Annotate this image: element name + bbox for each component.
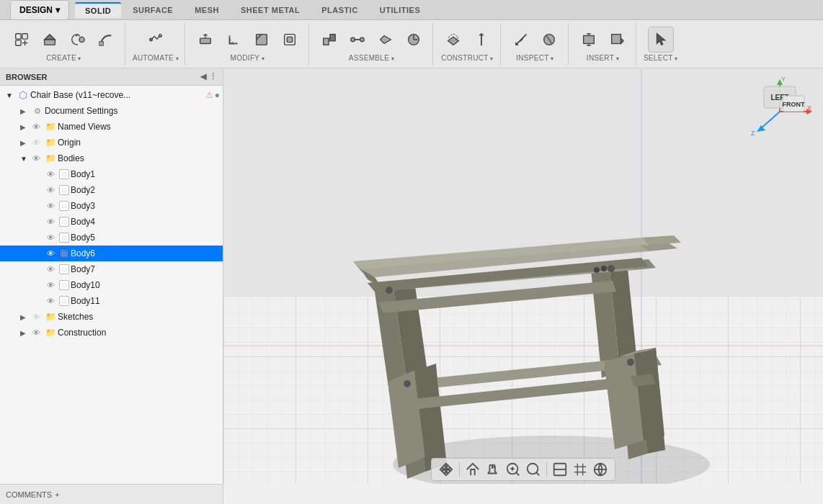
construction-visibility-icon[interactable]: 👁	[30, 328, 42, 338]
browser-collapse-btn[interactable]: ◀	[200, 72, 206, 81]
body6-label: Body6	[71, 248, 220, 258]
viewport-zoom-window-btn[interactable]	[525, 461, 542, 478]
viewport-display-mode-btn[interactable]	[551, 461, 569, 478]
tree-item-body7[interactable]: ▶ 👁 □ Body7	[0, 261, 223, 277]
construct-label[interactable]: CONSTRUCT	[441, 54, 493, 62]
origin-toggle[interactable]: ▶	[20, 139, 30, 147]
tab-utilities[interactable]: UTILITIES	[370, 3, 430, 17]
body1-visibility-icon[interactable]: 👁	[45, 169, 56, 179]
tool-group-modify: MODIFY	[187, 22, 309, 66]
nav-cube[interactable]: Y X Z LEFT FRONT	[744, 76, 816, 148]
viewport-home-btn[interactable]	[464, 461, 481, 478]
tree-item-origin[interactable]: ▶ 👁 📁 Origin	[0, 135, 223, 150]
named-views-visibility-icon[interactable]: 👁	[30, 122, 42, 132]
modify-chamfer-btn[interactable]	[249, 27, 275, 53]
tab-sheet-metal[interactable]: SHEET METAL	[231, 3, 310, 17]
origin-visibility-icon[interactable]: 👁	[30, 138, 42, 148]
assemble-motion-btn[interactable]	[401, 27, 427, 53]
tab-solid[interactable]: SOLID	[75, 2, 121, 18]
tree-item-body4[interactable]: ▶ 👁 □ Body4	[0, 214, 223, 230]
automate-label[interactable]: AUTOMATE	[133, 54, 179, 62]
create-sweep-btn[interactable]	[93, 27, 119, 53]
viewport[interactable]: Y X Z LEFT FRONT	[223, 68, 823, 484]
assemble-drive-btn[interactable]	[373, 27, 399, 53]
tree-item-named-views[interactable]: ▶ 👁 📁 Named Views	[0, 119, 223, 135]
tree-root[interactable]: ▼ ⬡ Chair Base (v11~recove... ⚠ ●	[0, 87, 223, 103]
create-new-component-btn[interactable]	[9, 27, 35, 53]
body2-label: Body2	[71, 185, 220, 195]
body3-label: Body3	[71, 201, 220, 211]
body10-label: Body10	[71, 280, 220, 290]
tree-item-body1[interactable]: ▶ 👁 □ Body1	[0, 166, 223, 182]
inspect-zebra-btn[interactable]	[536, 27, 562, 53]
named-views-toggle[interactable]: ▶	[20, 123, 30, 131]
construct-buttons	[440, 27, 494, 53]
construct-offset-plane-btn[interactable]	[440, 27, 466, 53]
tree-item-bodies[interactable]: ▼ 👁 📁 Bodies	[0, 150, 223, 166]
body3-visibility-icon[interactable]: 👁	[45, 201, 56, 211]
body5-visibility-icon[interactable]: 👁	[45, 233, 56, 243]
modify-fillet-btn[interactable]	[221, 27, 246, 53]
modify-shell-btn[interactable]	[277, 27, 303, 53]
tool-group-inspect: INSPECT	[502, 22, 569, 66]
viewport-zoom-fit-btn[interactable]	[504, 461, 522, 478]
design-dropdown[interactable]: DESIGN ▾	[10, 0, 69, 20]
body10-visibility-icon[interactable]: 👁	[45, 280, 56, 290]
svg-point-9	[159, 34, 162, 37]
tab-plastic[interactable]: PLASTIC	[311, 3, 368, 17]
browser-expand-btn[interactable]: ⋮	[209, 72, 217, 81]
tab-mesh[interactable]: MESH	[184, 3, 229, 17]
bodies-visibility-icon[interactable]: 👁	[30, 153, 42, 163]
assemble-label[interactable]: ASSEMBLE	[349, 54, 394, 62]
viewport-canvas[interactable]: Y X Z LEFT FRONT	[223, 68, 823, 484]
modify-label[interactable]: MODIFY	[231, 54, 265, 62]
assemble-buttons	[316, 27, 427, 53]
sketches-toggle[interactable]: ▶	[20, 313, 30, 321]
inspect-measure-btn[interactable]	[508, 27, 534, 53]
body2-visibility-icon[interactable]: 👁	[45, 185, 56, 195]
tree-item-body2[interactable]: ▶ 👁 □ Body2	[0, 182, 223, 198]
viewport-environment-btn[interactable]	[592, 461, 609, 478]
tab-surface[interactable]: SURFACE	[123, 3, 183, 17]
insert-label[interactable]: INSERT	[587, 54, 619, 62]
assemble-joint-btn[interactable]	[316, 27, 342, 53]
tree-item-body10[interactable]: ▶ 👁 □ Body10	[0, 277, 223, 293]
automate-btn[interactable]	[143, 27, 169, 53]
insert-decal-btn[interactable]	[604, 27, 630, 53]
browser-title: BROWSER	[6, 73, 47, 81]
tree-item-sketches[interactable]: ▶ 👁 📁 Sketches	[0, 309, 223, 325]
viewport-grid-btn[interactable]	[571, 461, 589, 478]
bodies-toggle[interactable]: ▼	[20, 155, 30, 163]
viewport-pan-btn[interactable]	[484, 461, 502, 478]
tree-item-body6[interactable]: ▶ 👁 □ Body6	[0, 246, 223, 261]
comments-add-btn[interactable]: +	[55, 490, 59, 499]
construction-toggle[interactable]: ▶	[20, 329, 30, 337]
chair-model-3d[interactable]	[281, 126, 822, 484]
modify-press-pull-btn[interactable]	[192, 27, 218, 53]
doc-settings-toggle[interactable]: ▶	[20, 107, 30, 115]
svg-point-91	[594, 267, 600, 273]
sketches-visibility-icon[interactable]: 👁	[30, 312, 42, 322]
inspect-label[interactable]: INSPECT	[516, 54, 553, 62]
create-revolve-btn[interactable]	[65, 27, 91, 53]
construct-axis-btn[interactable]	[468, 27, 494, 53]
body4-visibility-icon[interactable]: 👁	[45, 217, 56, 227]
body7-visibility-icon[interactable]: 👁	[45, 264, 56, 274]
insert-canvas-btn[interactable]	[576, 27, 602, 53]
select-label[interactable]: SELECT	[644, 54, 678, 62]
select-cursor-btn[interactable]	[648, 27, 674, 53]
create-extrude-btn[interactable]	[37, 27, 63, 53]
body6-visibility-icon[interactable]: 👁	[45, 248, 56, 258]
tree-item-document-settings[interactable]: ▶ ⚙ Document Settings	[0, 103, 223, 119]
tool-group-create: CREATE	[3, 22, 125, 66]
tree-item-construction[interactable]: ▶ 👁 📁 Construction	[0, 325, 223, 341]
root-toggle[interactable]: ▼	[6, 91, 16, 99]
tree-item-body11[interactable]: ▶ 👁 □ Body11	[0, 293, 223, 309]
viewport-move-btn[interactable]	[437, 461, 455, 478]
svg-rect-15	[257, 34, 267, 45]
tree-item-body3[interactable]: ▶ 👁 □ Body3	[0, 198, 223, 214]
assemble-rigid-btn[interactable]	[344, 27, 370, 53]
create-label[interactable]: CREATE	[46, 54, 81, 62]
tree-item-body5[interactable]: ▶ 👁 □ Body5	[0, 230, 223, 246]
body11-visibility-icon[interactable]: 👁	[45, 296, 56, 306]
